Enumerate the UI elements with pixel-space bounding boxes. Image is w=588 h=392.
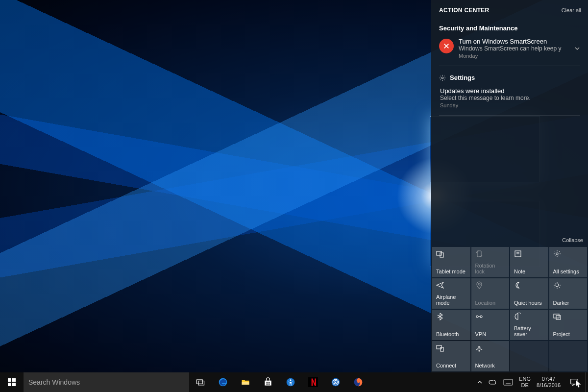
quick-action-connect[interactable]: Connect	[432, 341, 470, 371]
quick-action-label: Tablet mode	[436, 269, 466, 274]
svg-rect-21	[12, 378, 16, 382]
group-header-settings: Settings	[439, 69, 580, 85]
edge-icon[interactable]	[212, 372, 234, 392]
file-explorer-icon[interactable]	[234, 372, 257, 392]
quick-action-tablet-mode[interactable]: Tablet mode	[432, 247, 470, 277]
quick-action-label: Note	[514, 269, 544, 274]
location-icon	[475, 281, 483, 289]
svg-rect-20	[8, 378, 11, 382]
clear-all-link[interactable]: Clear all	[562, 7, 581, 13]
svg-rect-16	[556, 316, 561, 319]
quick-action-battery-saver[interactable]: Battery saver	[510, 310, 548, 340]
group-header-label: Settings	[450, 74, 475, 81]
collapse-link[interactable]: Collapse	[431, 235, 588, 247]
svg-point-12	[476, 316, 478, 318]
quick-action-label: Bluetooth	[436, 331, 466, 337]
notification-group-settings: Settings Updates were installed Select t…	[439, 66, 580, 116]
notification-smartscreen[interactable]: Turn on Windows SmartScreen Windows Smar…	[439, 36, 580, 61]
svg-point-34	[290, 379, 291, 381]
show-desktop-button[interactable]	[585, 372, 588, 392]
netflix-icon[interactable]	[302, 372, 324, 392]
search-placeholder: Search Windows	[28, 378, 80, 386]
task-view-button[interactable]	[189, 372, 212, 392]
quick-action-label: Connect	[436, 363, 466, 368]
quick-action-label: Rotation lock	[475, 263, 506, 274]
quick-action-all-settings[interactable]: All settings	[549, 247, 588, 277]
vpn-icon	[475, 313, 483, 320]
svg-rect-32	[269, 384, 270, 385]
svg-rect-3	[437, 251, 441, 255]
quick-action-darker[interactable]: Darker	[549, 278, 588, 309]
rotation-icon	[475, 250, 483, 258]
quick-action-label: Network	[475, 363, 506, 368]
chevron-down-icon[interactable]	[574, 45, 580, 53]
search-input[interactable]: Search Windows	[24, 372, 189, 392]
quick-action-quiet-hours[interactable]: Quiet hours	[510, 278, 548, 309]
notification-body: Turn on Windows SmartScreen Windows Smar…	[459, 38, 580, 59]
gear-icon	[553, 250, 561, 258]
ease-of-access-icon[interactable]	[279, 372, 302, 392]
tablet-icon	[436, 250, 444, 258]
quick-actions-grid: Tablet modeRotation lockNoteAll settings…	[431, 247, 588, 372]
quick-action-empty	[549, 341, 588, 371]
svg-rect-31	[267, 384, 268, 385]
quick-action-location[interactable]: Location	[471, 278, 510, 309]
notification-body: Updates were installed Select this messa…	[440, 87, 580, 108]
action-center-spacer	[431, 116, 588, 235]
svg-point-9	[556, 253, 558, 255]
clock-time: 07:47	[542, 376, 556, 382]
battery-icon	[514, 313, 522, 320]
connect-icon	[436, 344, 444, 352]
firefox-icon[interactable]	[347, 372, 369, 392]
mouse-cursor	[575, 379, 582, 389]
taskbar: Search Windows ENG DE	[0, 372, 588, 392]
notification-title: Updates were installed	[440, 87, 580, 95]
svg-point-10	[478, 283, 480, 285]
quick-action-label: Project	[553, 331, 584, 337]
svg-point-19	[479, 350, 480, 351]
bluetooth-icon	[436, 313, 444, 320]
lang-secondary: DE	[521, 382, 529, 389]
svg-point-39	[335, 382, 337, 383]
quick-action-note[interactable]: Note	[510, 247, 548, 277]
notification-group-security: Security and Maintenance Turn on Windows…	[439, 17, 580, 66]
note-icon	[514, 250, 522, 258]
svg-rect-27	[242, 382, 249, 385]
store-icon[interactable]	[257, 372, 279, 392]
quick-action-project[interactable]: Project	[549, 310, 588, 340]
action-center-title: ACTION CENTER	[439, 7, 490, 14]
notification-timestamp: Sunday	[440, 102, 580, 108]
group-header-security: Security and Maintenance	[439, 20, 580, 36]
svg-rect-41	[504, 379, 513, 385]
quick-action-label: Location	[475, 300, 506, 306]
keyboard-icon[interactable]	[500, 372, 516, 392]
spiral-app-icon[interactable]	[324, 372, 347, 392]
svg-point-11	[556, 284, 559, 287]
quick-action-airplane-mode[interactable]: Airplane mode	[432, 278, 470, 309]
airplane-icon	[436, 281, 444, 289]
tray-overflow-icon[interactable]	[474, 372, 486, 392]
group-header-label: Security and Maintenance	[439, 24, 517, 32]
svg-point-2	[441, 77, 443, 79]
quick-action-vpn[interactable]: VPN	[471, 310, 510, 340]
gear-icon	[439, 74, 446, 81]
quick-action-network[interactable]: Network	[471, 341, 510, 371]
quick-action-bluetooth[interactable]: Bluetooth	[432, 310, 470, 340]
svg-rect-25	[198, 381, 204, 385]
svg-rect-18	[441, 347, 443, 351]
notification-subtitle: Select this message to learn more.	[440, 95, 580, 101]
brightness-icon	[553, 281, 561, 289]
language-indicator[interactable]: ENG DE	[516, 372, 534, 392]
clock-date: 8/16/2016	[537, 382, 561, 389]
notification-subtitle: Windows SmartScreen can help keep y	[459, 45, 580, 52]
project-icon	[553, 313, 561, 320]
quick-action-label: VPN	[475, 331, 506, 337]
onedrive-icon[interactable]	[486, 372, 500, 392]
quick-action-label: Airplane mode	[436, 294, 466, 306]
quick-action-rotation-lock[interactable]: Rotation lock	[471, 247, 510, 277]
clock[interactable]: 07:47 8/16/2016	[534, 372, 564, 392]
action-center-header: ACTION CENTER Clear all	[431, 0, 588, 17]
quick-action-label: Darker	[553, 300, 584, 306]
notification-updates[interactable]: Updates were installed Select this messa…	[439, 85, 580, 110]
start-button[interactable]	[0, 372, 24, 392]
